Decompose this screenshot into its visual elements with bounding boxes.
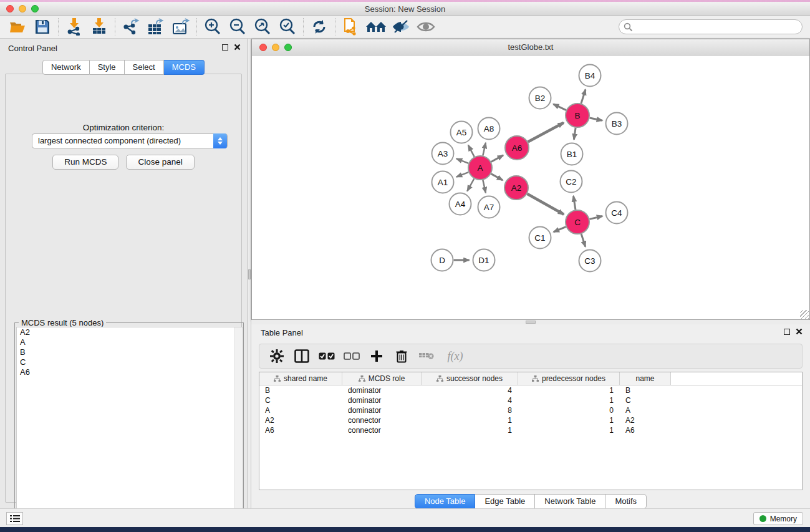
hide-displayed-icon[interactable] (388, 17, 413, 37)
edge-A-A6[interactable] (491, 155, 503, 162)
edge-B-B4[interactable] (581, 89, 586, 103)
table-cell[interactable]: A6 (259, 425, 342, 435)
table-cell[interactable]: A (259, 405, 342, 415)
node-C2[interactable]: C2 (561, 171, 582, 193)
table-cell[interactable]: 1 (422, 415, 518, 425)
edge-C-C2[interactable] (574, 196, 576, 210)
node-C1[interactable]: C1 (529, 227, 551, 249)
table-cell[interactable]: A6 (620, 425, 671, 435)
table-float-panel-icon[interactable] (784, 329, 790, 335)
table-cell[interactable]: 1 (518, 385, 620, 395)
node-A2[interactable]: A2 (504, 176, 528, 200)
node-B[interactable]: B (566, 104, 589, 127)
column-header-name[interactable]: name (620, 372, 671, 385)
result-scrollbar[interactable] (234, 327, 243, 532)
zoom-selected-icon[interactable] (275, 17, 300, 37)
edge-A2-C[interactable] (527, 194, 564, 215)
table-cell[interactable]: dominator (342, 395, 422, 405)
node-A4[interactable]: A4 (450, 193, 471, 215)
node-A1[interactable]: A1 (432, 172, 454, 193)
search-input[interactable] (619, 19, 803, 34)
table-cell[interactable]: B (259, 385, 342, 395)
table-cell[interactable]: 8 (422, 405, 518, 415)
tab-edge-table[interactable]: Edge Table (475, 494, 535, 509)
node-B1[interactable]: B1 (561, 143, 583, 165)
table-cell[interactable]: A (620, 405, 671, 415)
export-table-icon[interactable] (143, 17, 168, 37)
edge-A-A1[interactable] (456, 172, 468, 177)
result-list-item[interactable]: B (17, 347, 243, 357)
deselect-all-checkboxes-icon[interactable] (340, 346, 363, 366)
run-mcds-button[interactable]: Run MCDS (52, 155, 118, 170)
table-cell[interactable]: 0 (518, 405, 620, 415)
result-list-item[interactable]: A6 (17, 367, 243, 377)
table-row[interactable]: Bdominator41B (259, 385, 802, 395)
close-panel-icon[interactable] (234, 44, 241, 51)
table-cell[interactable]: A2 (620, 415, 671, 425)
table-row[interactable]: A6connector11A6 (259, 425, 802, 435)
edge-A-A3[interactable] (456, 158, 468, 163)
edge-A6-B[interactable] (528, 123, 564, 142)
column-header-shared-name[interactable]: shared name (259, 372, 342, 385)
edge-A-A5[interactable] (468, 145, 475, 157)
node-D[interactable]: D (432, 249, 453, 271)
export-image-icon[interactable] (168, 17, 193, 37)
node-C3[interactable]: C3 (579, 250, 601, 272)
gear-icon[interactable] (266, 346, 288, 366)
zoom-in-icon[interactable] (200, 17, 225, 37)
task-history-button[interactable] (6, 512, 23, 525)
table-cell[interactable]: dominator (342, 385, 422, 395)
edge-A-A8[interactable] (483, 143, 486, 156)
column-header-mcds-role[interactable]: MCDS role (342, 372, 422, 385)
node-C[interactable]: C (566, 210, 589, 234)
horizontal-splitter-grip[interactable] (526, 321, 536, 324)
tab-select[interactable]: Select (125, 60, 164, 75)
tab-network[interactable]: Network (42, 60, 90, 75)
close-panel-button[interactable]: Close panel (126, 155, 194, 170)
delete-column-icon[interactable] (390, 346, 413, 366)
result-list-item[interactable]: A2 (17, 327, 243, 337)
table-cell[interactable]: A2 (259, 415, 342, 425)
edge-A-A7[interactable] (483, 180, 486, 193)
show-all-icon[interactable] (413, 17, 438, 37)
node-A[interactable]: A (468, 156, 492, 180)
table-close-panel-icon[interactable] (796, 328, 803, 335)
tab-mcds[interactable]: MCDS (164, 60, 205, 75)
node-A6[interactable]: A6 (505, 136, 529, 160)
table-cell[interactable]: 1 (422, 425, 518, 435)
node-B2[interactable]: B2 (529, 87, 551, 109)
node-A5[interactable]: A5 (451, 122, 473, 143)
horizontal-splitter[interactable] (251, 320, 810, 324)
table-cell[interactable]: 4 (422, 385, 518, 395)
column-header-predecessor-nodes[interactable]: predecessor nodes (518, 372, 620, 385)
node-C4[interactable]: C4 (606, 202, 628, 224)
title-bar[interactable]: Session: New Session (0, 2, 810, 16)
table-row[interactable]: Cdominator41C (259, 395, 802, 405)
vertical-splitter-grip[interactable] (248, 269, 251, 279)
edge-C-C1[interactable] (554, 227, 566, 232)
table-cell[interactable]: connector (342, 415, 422, 425)
table-cell[interactable]: 1 (518, 415, 620, 425)
vertical-splitter[interactable] (247, 39, 251, 508)
edge-B-B1[interactable] (574, 128, 576, 140)
save-session-icon[interactable] (30, 17, 55, 37)
table-cell[interactable]: 1 (518, 395, 620, 405)
tab-node-table[interactable]: Node Table (415, 494, 476, 509)
node-B4[interactable]: B4 (579, 65, 601, 87)
edge-A-A2[interactable] (491, 174, 503, 180)
table-cell[interactable]: 4 (422, 395, 518, 405)
column-header-successor-nodes[interactable]: successor nodes (422, 372, 518, 385)
column-layout-icon[interactable] (291, 346, 313, 366)
select-all-checkboxes-icon[interactable] (316, 346, 338, 366)
zoom-out-icon[interactable] (225, 17, 250, 37)
dropdown-stepper-icon[interactable] (213, 133, 227, 148)
table-cell[interactable]: 1 (518, 425, 620, 435)
add-column-icon[interactable] (365, 346, 388, 366)
network-from-file-icon[interactable] (339, 17, 364, 37)
tab-style[interactable]: Style (90, 60, 125, 75)
open-file-icon[interactable] (5, 17, 30, 37)
memory-button[interactable]: Memory (753, 512, 803, 525)
delete-table-icon[interactable] (415, 346, 438, 366)
mcds-result-list[interactable]: A2ABCA6 (16, 327, 243, 532)
network-window-titlebar[interactable]: testGlobe.txt (252, 39, 809, 56)
